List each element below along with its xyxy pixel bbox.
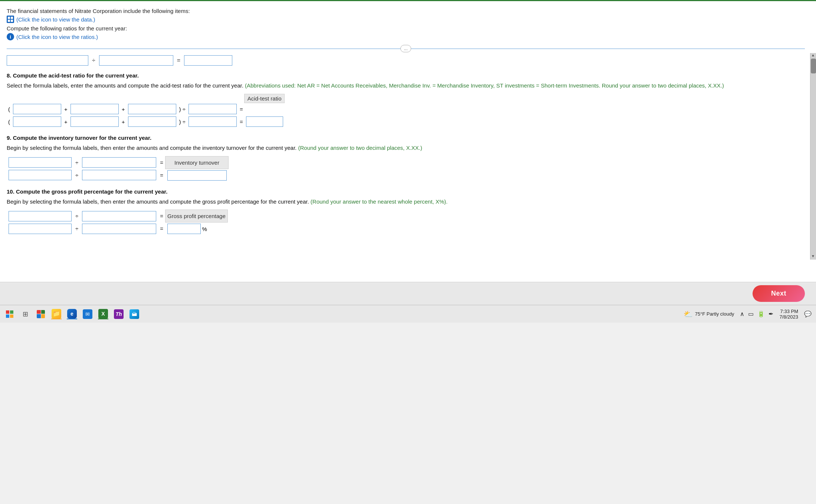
mail-icon[interactable]: ✉ (82, 309, 93, 319)
date-display: 7/8/2023 (779, 314, 798, 320)
data-link-text[interactable]: (Click the icon to view the data.) (16, 16, 95, 23)
section10-title: 10. Compute the gross profit percentage … (7, 188, 802, 195)
acid-test-row-2: ( + + ) ÷ = (7, 115, 285, 128)
scroll-up-arrow[interactable]: ▲ (810, 53, 816, 57)
inv-equals-2: = (158, 169, 165, 182)
inv-equals-1: = (158, 156, 165, 169)
inv-input-1a[interactable] (9, 157, 72, 168)
svg-rect-3 (11, 20, 13, 22)
acid-input-2d[interactable] (189, 116, 237, 127)
acid-input-1b[interactable] (71, 104, 119, 114)
taskview-icon[interactable]: ⊞ (20, 309, 30, 319)
excel-app: X (98, 309, 108, 319)
taskbar-left: ⊞ 📁 e ✉ X Th 🏔 (4, 309, 140, 319)
inv-input-2b[interactable] (82, 170, 156, 180)
row2-plus-1: + (63, 115, 69, 128)
inv-result[interactable] (167, 170, 227, 181)
gp-input-2a[interactable] (9, 224, 72, 234)
acid-input-2a[interactable] (13, 116, 61, 127)
scrollbar[interactable]: ▲ ▼ (810, 53, 816, 260)
top-input-right[interactable] (184, 55, 232, 66)
inv-divide-2: ÷ (73, 169, 80, 182)
gp-equals-1: = (158, 210, 165, 223)
chevron-up-icon[interactable]: ∧ (740, 310, 744, 317)
acid-test-table: Acid-test ratio ( + + ) ÷ = ( (7, 94, 285, 128)
row1-equals: = (238, 103, 245, 115)
acid-input-1a[interactable] (13, 104, 61, 114)
photo-icon[interactable]: 🏔 (129, 309, 140, 319)
section9-desc: Begin by selecting the formula labels, t… (7, 144, 802, 152)
photo-app: 🏔 (130, 309, 139, 319)
th-app: Th (114, 309, 124, 319)
inv-input-1b[interactable] (82, 157, 156, 168)
pen-icon[interactable]: ✒ (769, 310, 773, 317)
section9-title: 9. Compute the inventory turnover for th… (7, 135, 802, 141)
screen-icon[interactable]: ▭ (748, 310, 754, 317)
gp-table: ÷ = Gross profit percentage ÷ = % (7, 210, 228, 235)
gp-input-1a[interactable] (9, 211, 72, 221)
section8-desc: Select the formula labels, enter the amo… (7, 82, 802, 90)
acid-input-1c[interactable] (128, 104, 176, 114)
folder-app: 📁 (52, 309, 61, 319)
divider-row: ... (7, 45, 805, 52)
data-link-row[interactable]: (Click the icon to view the data.) (7, 16, 805, 23)
main-window: The financial statements of Nitrate Corp… (0, 0, 816, 282)
ratios-link-text[interactable]: (Click the icon to view the ratios.) (16, 34, 98, 40)
info-icon[interactable]: i (7, 33, 14, 40)
gp-equals-2: = (158, 223, 165, 235)
font-icon[interactable]: Th (114, 309, 124, 319)
section8-title: 8. Compute the acid-test ratio for the c… (7, 72, 802, 79)
acid-input-2b[interactable] (71, 116, 119, 127)
scrollable-content[interactable]: ÷ = 8. Compute the acid-test ratio for t… (7, 55, 805, 239)
svg-rect-1 (11, 17, 13, 19)
acid-result[interactable] (246, 116, 283, 127)
scroll-down-arrow[interactable]: ▼ (810, 254, 816, 258)
acid-input-1d[interactable] (189, 104, 237, 114)
section8-note: (Abbreviations used: Net AR = Net Accoun… (245, 82, 724, 89)
taskbar: ⊞ 📁 e ✉ X Th 🏔 ⛅ (0, 305, 816, 323)
row2-paren-div: ) ÷ (178, 115, 187, 128)
row2-plus-2: + (120, 115, 127, 128)
inv-row-1: ÷ = Inventory turnover (7, 156, 229, 169)
weather-text: 75°F Partly cloudy (695, 311, 734, 317)
weather-icon: ⛅ (684, 310, 693, 319)
grid-icon[interactable] (7, 16, 14, 23)
row2-equals: = (238, 115, 245, 128)
acid-input-2c[interactable] (128, 116, 176, 127)
row2-paren-open: ( (7, 115, 12, 128)
top-input-mid[interactable] (99, 55, 173, 66)
ratios-link-row[interactable]: i (Click the icon to view the ratios.) (7, 33, 805, 40)
intro-text: The financial statements of Nitrate Corp… (7, 8, 805, 14)
gp-divide-1: ÷ (73, 210, 80, 223)
divider-pill[interactable]: ... (400, 45, 411, 52)
gp-header: Gross profit percentage (166, 210, 228, 223)
section10-desc: Begin by selecting the formula labels, t… (7, 198, 802, 206)
next-button[interactable]: Next (753, 285, 805, 302)
edge-app: e (67, 309, 77, 319)
top-input-left[interactable] (7, 55, 88, 66)
folder-icon[interactable]: 📁 (51, 309, 62, 319)
scrollbar-thumb[interactable] (811, 59, 816, 73)
gp-row-1: ÷ = Gross profit percentage (7, 210, 227, 223)
top-equals-1: = (176, 57, 181, 64)
edge-icon[interactable]: e (67, 309, 77, 319)
compute-text: Compute the following ratios for the cur… (7, 25, 805, 32)
inv-row-2: ÷ = (7, 169, 229, 182)
acid-test-row-1: ( + + ) ÷ = (7, 103, 285, 115)
section10-note: (Round your answer to the nearest whole … (311, 198, 448, 205)
gp-input-2b[interactable] (82, 224, 156, 234)
gp-input-1b[interactable] (82, 211, 156, 221)
gp-result[interactable] (167, 224, 201, 234)
inv-turnover-header: Inventory turnover (166, 156, 229, 169)
top-formula-row: ÷ = (7, 55, 802, 66)
row1-plus-2: + (120, 103, 127, 115)
notification-icon[interactable]: 💬 (804, 310, 812, 317)
bottom-bar: Next (0, 282, 816, 305)
battery-icon[interactable]: 🔋 (757, 310, 765, 317)
store-icon[interactable] (36, 309, 46, 319)
excel-icon[interactable]: X (98, 309, 108, 319)
percent-symbol: % (202, 226, 207, 232)
windows-start-icon[interactable] (4, 309, 15, 319)
sys-icons: ∧ ▭ 🔋 ✒ (740, 310, 773, 317)
inv-input-2a[interactable] (9, 170, 72, 180)
